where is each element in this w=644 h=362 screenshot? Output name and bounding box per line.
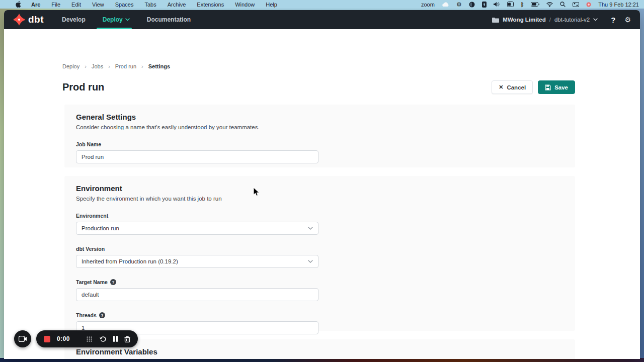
chevron-down-icon xyxy=(308,227,313,230)
environment-label: Environment xyxy=(76,213,564,219)
chevron-right-icon: › xyxy=(108,63,110,69)
restart-recording-icon[interactable] xyxy=(99,336,107,342)
chevron-right-icon: › xyxy=(85,63,87,69)
breadcrumb-jobs[interactable]: Jobs xyxy=(92,63,103,69)
cancel-button[interactable]: ✕ Cancel xyxy=(492,80,533,94)
control-center-icon[interactable] xyxy=(573,2,579,7)
macos-menu-bar: Arc File Edit View Spaces Tabs Archive E… xyxy=(0,0,644,9)
breadcrumb-deploy[interactable]: Deploy xyxy=(62,63,79,69)
chevron-down-icon xyxy=(308,260,313,263)
settings-gear-icon[interactable]: ⚙ xyxy=(456,1,462,8)
folder-icon xyxy=(492,17,499,23)
section-title-env-vars: Environment Variables xyxy=(76,347,564,356)
threads-help-icon[interactable]: ? xyxy=(99,312,105,318)
bluetooth-icon[interactable]: ᛒ xyxy=(521,2,524,8)
environment-select[interactable]: Production run xyxy=(76,222,318,235)
section-title-environment: Environment xyxy=(76,184,564,193)
breadcrumb-settings[interactable]: Settings xyxy=(148,63,170,69)
page-title: Prod run xyxy=(62,81,104,93)
nav-tab-deploy-label: Deploy xyxy=(103,16,123,23)
job-name-label: Job Name xyxy=(76,141,564,147)
delete-recording-icon[interactable] xyxy=(124,336,130,342)
org-name: MWong Limited xyxy=(503,17,545,23)
threads-label: Threads xyxy=(76,312,97,318)
camera-toggle-button[interactable] xyxy=(14,330,31,347)
menu-item-view[interactable]: View xyxy=(92,2,104,8)
stop-recording-button[interactable] xyxy=(44,336,50,342)
volume-icon[interactable] xyxy=(494,2,500,7)
window-manager-icon[interactable] xyxy=(507,2,514,7)
drag-handle-icon[interactable] xyxy=(86,336,93,342)
target-name-input[interactable] xyxy=(76,288,318,301)
help-button[interactable]: ? xyxy=(611,16,615,24)
close-icon: ✕ xyxy=(499,84,503,90)
dbt-logo-icon xyxy=(13,14,25,26)
job-name-input[interactable] xyxy=(76,150,318,163)
menu-item-window[interactable]: Window xyxy=(235,2,255,8)
environment-section: Environment Specify the environment in w… xyxy=(64,176,575,331)
path-separator: / xyxy=(549,17,551,23)
chevron-down-icon xyxy=(125,18,130,21)
breadcrumb-prod-run[interactable]: Prod run xyxy=(115,63,136,69)
environment-description: Specify the environment in which you wan… xyxy=(76,196,564,202)
chevron-down-icon xyxy=(593,18,598,21)
pause-recording-icon[interactable] xyxy=(113,336,118,342)
cancel-button-label: Cancel xyxy=(507,84,526,90)
save-icon xyxy=(545,84,551,90)
page-content: Deploy › Jobs › Prod run › Settings Prod… xyxy=(4,29,640,359)
focus-mode-icon[interactable] xyxy=(469,2,475,8)
recording-timer: 0:00 xyxy=(57,335,70,342)
target-name-help-icon[interactable]: ? xyxy=(110,279,116,285)
nav-tab-deploy[interactable]: Deploy xyxy=(103,10,130,29)
search-icon[interactable] xyxy=(560,2,566,7)
account-project-selector[interactable]: MWong Limited / dbt-tutorial-v2 xyxy=(492,17,598,23)
zoom-app-label[interactable]: zoom xyxy=(421,2,435,8)
save-button-label: Save xyxy=(554,84,568,90)
dbt-logo[interactable]: dbt xyxy=(13,14,44,26)
nav-tab-develop[interactable]: Develop xyxy=(62,10,86,29)
cloud-icon[interactable] xyxy=(442,2,449,7)
wifi-icon[interactable] xyxy=(546,2,553,7)
dbt-version-label: dbt Version xyxy=(76,246,564,252)
dbt-top-nav: dbt Develop Deploy Documentation MWong L… xyxy=(4,10,640,29)
environment-select-value: Production run xyxy=(82,225,119,231)
save-button[interactable]: Save xyxy=(538,80,575,94)
menu-item-spaces[interactable]: Spaces xyxy=(115,2,134,8)
section-title-general: General Settings xyxy=(76,113,564,121)
mouse-cursor xyxy=(253,187,260,199)
recording-toolbar: 0:00 xyxy=(36,330,138,347)
password-manager-icon[interactable] xyxy=(482,2,487,8)
video-camera-icon xyxy=(19,336,27,342)
settings-sections: General Settings Consider choosing a nam… xyxy=(64,105,575,359)
project-name: dbt-tutorial-v2 xyxy=(554,17,590,23)
battery-icon[interactable] xyxy=(531,2,539,7)
menu-bar-clock[interactable]: Thu 9 Feb 12:21 xyxy=(598,2,639,8)
menu-item-edit[interactable]: Edit xyxy=(71,2,81,8)
menu-item-tabs[interactable]: Tabs xyxy=(144,2,156,8)
dbt-logo-text: dbt xyxy=(28,14,44,25)
menu-item-extensions[interactable]: Extensions xyxy=(197,2,224,8)
settings-gear-icon[interactable]: ⚙ xyxy=(624,16,631,24)
screen-recording-icon[interactable] xyxy=(586,2,591,7)
target-name-label: Target Name xyxy=(76,279,108,285)
general-settings-section: General Settings Consider choosing a nam… xyxy=(64,105,575,167)
apple-icon[interactable] xyxy=(16,1,21,8)
dbt-version-select-value: Inherited from Production run (0.19.2) xyxy=(82,258,178,264)
chevron-right-icon: › xyxy=(141,63,143,69)
browser-window: dbt Develop Deploy Documentation MWong L… xyxy=(4,10,640,359)
menu-item-file[interactable]: File xyxy=(51,2,60,8)
menu-item-arc[interactable]: Arc xyxy=(31,2,40,8)
menu-item-archive[interactable]: Archive xyxy=(168,2,186,8)
menu-item-help[interactable]: Help xyxy=(266,2,277,8)
dbt-version-select[interactable]: Inherited from Production run (0.19.2) xyxy=(76,255,318,268)
environment-variables-section: Environment Variables Job level override… xyxy=(64,339,575,359)
nav-tab-documentation[interactable]: Documentation xyxy=(147,10,191,29)
general-settings-description: Consider choosing a name that's easily u… xyxy=(76,124,564,130)
breadcrumb: Deploy › Jobs › Prod run › Settings xyxy=(62,63,170,69)
page-actions: ✕ Cancel Save xyxy=(492,80,575,94)
